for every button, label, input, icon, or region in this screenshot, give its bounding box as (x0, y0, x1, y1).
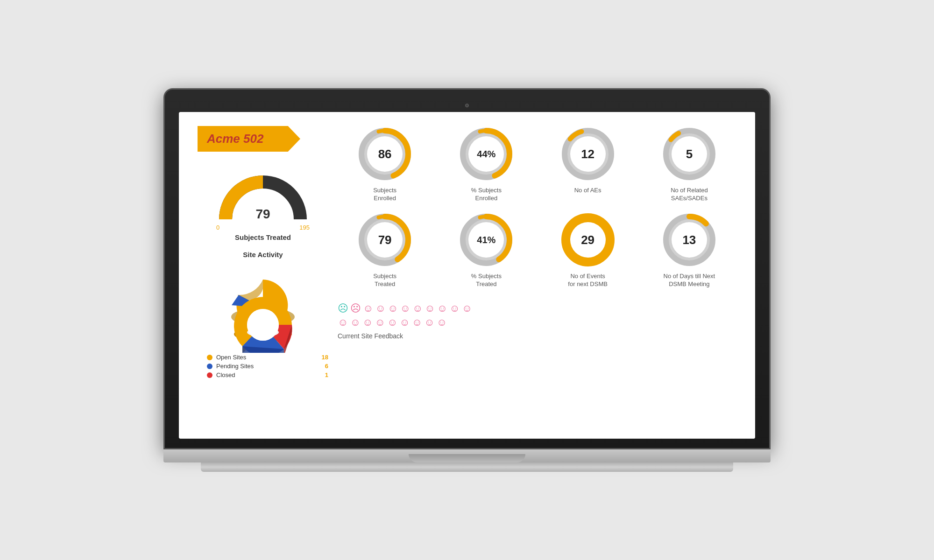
ring-value-3: 12 (581, 147, 594, 161)
emoji-happy-13: ☺ (375, 316, 385, 329)
ring-value-6: 41% (477, 234, 495, 245)
emoji-grid: ☹ ☹ ☺ ☺ ☺ ☺ ☺ ☺ ☺ ☺ ☺ (338, 302, 478, 329)
ring-value-4: 5 (686, 147, 693, 161)
open-sites-label: Open Sites (216, 354, 246, 361)
metric-card-pct-enrolled: 44% % SubjectsEnrolled (439, 126, 533, 203)
metric-card-dsmb-days: 13 No of Days till NextDSMB Meeting (642, 212, 736, 288)
ring-wrapper-3: 12 (560, 126, 616, 182)
dashboard: Acme 502 (179, 112, 755, 439)
metric-label-6: % SubjectsTreated (471, 273, 502, 288)
metric-label-4: No of RelatedSAEs/SADEs (671, 187, 708, 203)
gauge-max: 195 (299, 224, 310, 231)
ring-wrapper-7: 29 (560, 212, 616, 268)
camera-dot (465, 104, 469, 107)
metric-card-aes: 12 No of AEs (541, 126, 635, 203)
open-sites-count: 18 (319, 354, 328, 361)
legend-item-open: Open Sites 18 (207, 354, 328, 361)
title-banner: Acme 502 (198, 126, 300, 152)
emoji-happy-1: ☺ (363, 302, 373, 315)
legend: Open Sites 18 Pending Sites 6 (198, 354, 328, 378)
ring-wrapper-2: 44% (458, 126, 514, 182)
metric-card-saes: 5 No of RelatedSAEs/SADEs (642, 126, 736, 203)
gauge-wrapper: 79 (216, 173, 310, 224)
feedback-section: ☹ ☹ ☺ ☺ ☺ ☺ ☺ ☺ ☺ ☺ ☺ (338, 302, 736, 340)
feedback-label: Current Site Feedback (338, 332, 736, 340)
emoji-happy-7: ☺ (437, 302, 447, 315)
laptop-body: Acme 502 (163, 88, 771, 449)
ring-value-2: 44% (477, 149, 495, 160)
metric-label-3: No of AEs (574, 187, 601, 195)
emoji-happy-17: ☺ (424, 316, 434, 329)
screen: Acme 502 (179, 112, 755, 439)
emoji-happy-6: ☺ (425, 302, 435, 315)
emoji-happy-16: ☺ (412, 316, 422, 329)
laptop-base (163, 449, 771, 462)
legend-item-pending: Pending Sites 6 (207, 363, 328, 370)
ring-wrapper-5: 79 (357, 212, 413, 268)
emoji-happy-2: ☺ (375, 302, 385, 315)
laptop-hinge (409, 454, 525, 462)
gauge-labels: 0 195 (216, 224, 310, 231)
ring-wrapper-6: 41% (458, 212, 514, 268)
metric-card-dsmb-events: 29 No of Eventsfor next DSMB (541, 212, 635, 288)
closed-dot (207, 372, 212, 378)
metric-label-2: % SubjectsEnrolled (471, 187, 502, 203)
metric-label-1: SubjectsEnrolled (373, 187, 396, 203)
emoji-happy-11: ☺ (350, 316, 360, 329)
donut-svg-proper (216, 273, 310, 353)
svg-point-4 (247, 309, 279, 341)
emoji-happy-5: ☺ (412, 302, 423, 315)
open-sites-dot (207, 355, 212, 360)
metric-card-subjects-treated: 79 SubjectsTreated (338, 212, 432, 288)
emoji-happy-9: ☺ (462, 302, 472, 315)
camera-notch (179, 104, 755, 107)
metric-label-7: No of Eventsfor next DSMB (568, 273, 608, 288)
dashboard-grid: Acme 502 (198, 126, 736, 378)
pending-sites-dot (207, 364, 212, 369)
gauge-value: 79 (255, 207, 270, 222)
closed-label: Closed (216, 371, 235, 378)
emoji-happy-4: ☺ (400, 302, 410, 315)
legend-item-closed: Closed 1 (207, 371, 328, 378)
emoji-happy-8: ☺ (449, 302, 460, 315)
laptop-stand (201, 462, 733, 472)
donut-chart-proper (198, 273, 328, 353)
emoji-happy-10: ☺ (338, 316, 348, 329)
metric-label-8: No of Days till NextDSMB Meeting (664, 273, 715, 288)
pending-sites-label: Pending Sites (216, 363, 254, 370)
left-panel: Acme 502 (198, 126, 328, 378)
emoji-happy-15: ☺ (399, 316, 410, 329)
gauge-container: 79 0 195 Subjects Treated (198, 173, 328, 241)
emoji-sad-1: ☹ (338, 302, 348, 315)
site-activity-title: Site Activity (198, 251, 328, 259)
right-panel: 86 SubjectsEnrolled (338, 126, 736, 378)
metric-card-subjects-enrolled: 86 SubjectsEnrolled (338, 126, 432, 203)
ring-value-1: 86 (378, 147, 392, 161)
gauge-min: 0 (216, 224, 219, 231)
emoji-happy-18: ☺ (437, 316, 447, 329)
emoji-sad-2: ☹ (350, 302, 361, 315)
emoji-happy-3: ☺ (388, 302, 398, 315)
ring-value-5: 79 (378, 232, 392, 247)
ring-value-7: 29 (581, 232, 594, 247)
site-activity-section: Site Activity (198, 251, 328, 378)
emoji-happy-12: ☺ (362, 316, 373, 329)
ring-value-8: 13 (682, 232, 696, 247)
ring-wrapper-1: 86 (357, 126, 413, 182)
closed-count: 1 (319, 371, 328, 378)
pending-sites-count: 6 (319, 363, 328, 370)
metric-label-5: SubjectsTreated (373, 273, 396, 288)
gauge-title: Subjects Treated (198, 233, 328, 241)
emoji-happy-14: ☺ (387, 316, 397, 329)
ring-wrapper-4: 5 (661, 126, 717, 182)
ring-wrapper-8: 13 (661, 212, 717, 268)
laptop-frame: Acme 502 (163, 88, 771, 472)
metrics-grid: 86 SubjectsEnrolled (338, 126, 736, 288)
metric-card-pct-treated: 41% % SubjectsTreated (439, 212, 533, 288)
app-title: Acme 502 (207, 132, 263, 146)
